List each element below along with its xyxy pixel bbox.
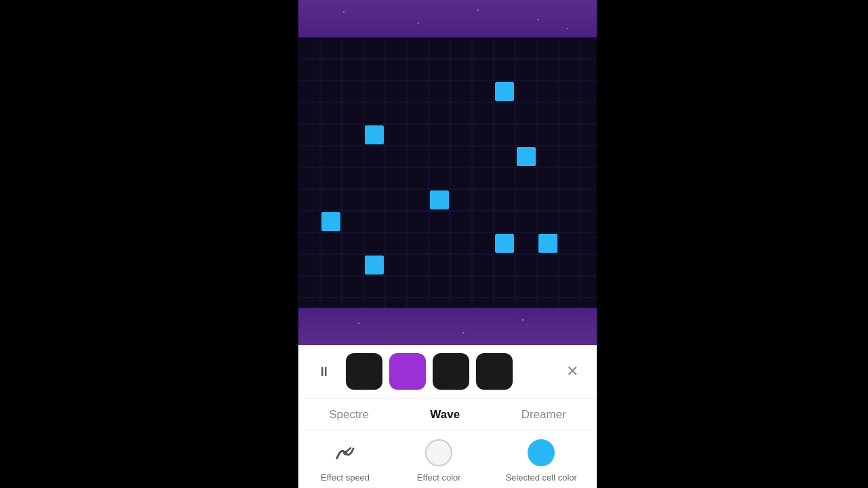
svg-rect-32 (495, 234, 514, 253)
effect-color-icon (423, 437, 454, 468)
left-panel (0, 0, 298, 488)
svg-rect-31 (321, 212, 340, 231)
mode-tabs: Spectre Wave Dreamer (298, 399, 597, 430)
star (477, 9, 479, 11)
selected-cell-circle (528, 439, 555, 466)
star (343, 12, 344, 13)
controls-panel: ⏸ ✕ Spectre Wave Dreamer (298, 345, 597, 488)
playback-row: ⏸ ✕ (298, 345, 597, 399)
close-button[interactable]: ✕ (559, 358, 586, 385)
svg-rect-30 (430, 190, 449, 209)
swatch-2[interactable] (389, 353, 426, 390)
effect-color-label: Effect color (417, 472, 461, 483)
close-icon: ✕ (566, 363, 578, 380)
top-area (298, 0, 597, 37)
svg-rect-29 (517, 147, 536, 166)
selected-cell-color-control[interactable]: Selected cell color (505, 437, 577, 483)
effect-color-circle (425, 439, 452, 466)
pause-icon: ⏸ (317, 364, 331, 380)
svg-rect-28 (365, 125, 384, 144)
effect-speed-label: Effect speed (321, 472, 370, 483)
star (522, 319, 524, 321)
bottom-purple-area (298, 308, 597, 345)
star (462, 332, 464, 333)
selected-cell-color-icon (526, 437, 557, 468)
tab-spectre[interactable]: Spectre (318, 405, 380, 424)
tab-wave[interactable]: Wave (419, 405, 471, 424)
right-panel (597, 0, 868, 488)
bottom-controls: Effect speed Effect color Selected cell … (298, 430, 597, 488)
svg-line-36 (345, 448, 351, 453)
effect-color-control[interactable]: Effect color (412, 437, 466, 483)
pause-button[interactable]: ⏸ (309, 357, 339, 386)
effect-speed-control[interactable]: Effect speed (318, 437, 372, 483)
effect-speed-icon (330, 437, 361, 468)
star (418, 22, 419, 24)
star (358, 323, 359, 324)
svg-rect-34 (365, 256, 384, 274)
grid-svg (298, 37, 597, 308)
swatch-4[interactable] (476, 353, 513, 390)
swatch-3[interactable] (433, 353, 469, 390)
swatch-1[interactable] (346, 353, 382, 390)
svg-rect-27 (495, 82, 514, 101)
grid-area (298, 37, 597, 308)
star (537, 19, 538, 20)
svg-rect-33 (538, 234, 557, 253)
star (567, 28, 568, 29)
tab-dreamer[interactable]: Dreamer (511, 405, 577, 424)
center-panel: ⏸ ✕ Spectre Wave Dreamer (298, 0, 597, 488)
selected-cell-color-label: Selected cell color (505, 472, 577, 483)
